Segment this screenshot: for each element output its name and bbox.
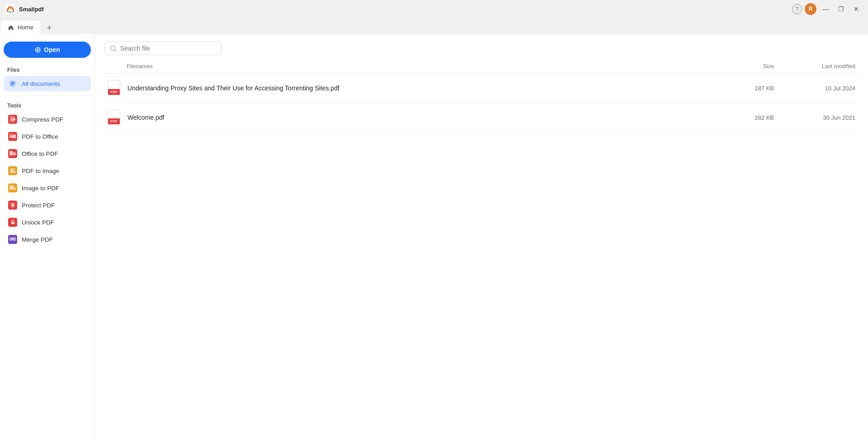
table-row[interactable]: PDF Welcome.pdf 282 KB 30 Jun 2021 [104,103,859,132]
table-header: Filenames Size Last modified [104,60,859,74]
sidebar-item-compress-pdf[interactable]: PDF Compress PDF [4,112,91,127]
home-icon [8,24,14,31]
office-to-pdf-label: Office to PDF [22,150,58,157]
col-size-header: Size [720,63,774,70]
sidebar-divider [7,95,87,95]
image-to-pdf-label: Image to PDF [22,185,59,192]
compress-pdf-label: Compress PDF [22,116,63,123]
image-to-pdf-icon: P [8,183,17,192]
merge-pdf-label: Merge PDF [22,236,53,243]
help-button[interactable]: ? [792,4,802,14]
home-tab[interactable]: Home [0,20,41,34]
minimize-button[interactable]: — [819,3,832,15]
title-bar: Smallpdf ? R — ❐ ✕ [0,0,868,18]
search-bar[interactable] [104,42,222,55]
content-header [95,34,868,60]
file-modified: 10 Jul 2024 [774,85,855,92]
sidebar-item-pdf-to-office[interactable]: PDF PDF to Office [4,129,91,144]
pdf-to-image-label: PDF to Image [22,168,59,174]
file-name-cell: PDF Understanding Proxy Sites and Their … [108,80,720,96]
title-bar-left: Smallpdf [5,4,44,14]
svg-rect-17 [12,205,14,206]
sidebar: ⊕ Open Files All documents Tools PDF [0,34,95,440]
files-section-label: Files [4,65,91,74]
pdf-to-office-icon: PDF [8,132,17,141]
open-button-label: Open [44,46,60,53]
unlock-pdf-icon [8,218,17,227]
file-table: Filenames Size Last modified PDF Underst… [95,60,868,440]
tools-section-label: Tools [4,101,91,110]
sidebar-item-unlock-pdf[interactable]: Unlock PDF [4,215,91,230]
open-button[interactable]: ⊕ Open [4,42,91,58]
pdf-to-image-icon [8,166,17,175]
file-name-cell: PDF Welcome.pdf [108,109,720,126]
user-avatar[interactable]: R [805,3,816,15]
svg-rect-8 [9,151,13,155]
new-tab-button[interactable]: + [43,22,56,34]
merge-pdf-icon [8,235,17,244]
col-modified-header: Last modified [774,63,855,70]
app-body: ⊕ Open Files All documents Tools PDF [0,34,868,440]
sidebar-item-protect-pdf[interactable]: Protect PDF [4,197,91,213]
main-content: Filenames Size Last modified PDF Underst… [95,34,868,440]
file-modified: 30 Jun 2021 [774,114,855,121]
all-documents-label: All documents [22,80,60,87]
svg-rect-19 [9,237,12,241]
compress-pdf-icon: PDF [8,115,17,124]
office-to-pdf-icon: PDF [8,149,17,158]
svg-rect-20 [13,237,16,241]
file-size: 187 KB [720,85,774,92]
search-icon [110,45,117,52]
table-row[interactable]: PDF Understanding Proxy Sites and Their … [104,74,859,103]
maximize-button[interactable]: ❐ [835,3,847,15]
svg-text:PDF: PDF [10,136,14,138]
col-filename-header: Filenames [127,63,720,70]
home-tab-label: Home [18,24,33,31]
pdf-to-office-label: PDF to Office [22,133,58,140]
svg-point-1 [9,7,12,9]
pdf-file-icon: PDF [108,109,122,126]
svg-rect-11 [10,168,15,173]
pdf-file-icon: PDF [108,80,122,96]
sidebar-item-merge-pdf[interactable]: Merge PDF [4,232,91,247]
sidebar-item-pdf-to-image[interactable]: PDF to Image [4,163,91,178]
file-name: Understanding Proxy Sites and Their Use … [127,84,340,92]
title-bar-controls: ? R — ❐ ✕ [792,3,863,15]
unlock-pdf-label: Unlock PDF [22,219,54,226]
svg-rect-18 [11,222,14,224]
file-name: Welcome.pdf [127,114,164,121]
protect-pdf-icon [8,201,17,210]
open-plus-icon: ⊕ [34,46,41,54]
app-logo [5,4,15,14]
app-title: Smallpdf [19,6,44,13]
tab-bar: Home + [0,18,868,34]
sidebar-item-office-to-pdf[interactable]: PDF Office to PDF [4,146,91,161]
file-size: 282 KB [720,114,774,121]
protect-pdf-label: Protect PDF [22,202,55,209]
all-documents-icon [8,79,17,88]
search-input[interactable] [120,45,216,52]
sidebar-item-image-to-pdf[interactable]: P Image to PDF [4,180,91,196]
sidebar-item-all-documents[interactable]: All documents [4,76,91,91]
svg-text:PDF: PDF [13,153,17,155]
close-button[interactable]: ✕ [850,3,863,15]
